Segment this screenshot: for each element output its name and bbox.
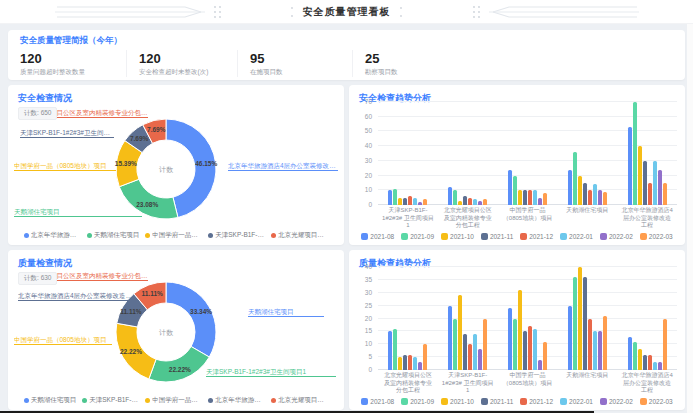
bar-2022-01[interactable]	[533, 190, 537, 205]
bar-2021-10[interactable]	[638, 349, 642, 370]
bar-2022-01[interactable]	[473, 199, 477, 205]
bar-2021-08[interactable]	[568, 170, 572, 205]
bar-2021-12[interactable]	[528, 190, 532, 205]
bar-2021-10[interactable]	[398, 198, 402, 205]
legend-item[interactable]: 2022-02	[600, 398, 633, 405]
bar-2021-08[interactable]	[508, 308, 512, 370]
bar-2021-09[interactable]	[393, 329, 397, 370]
legend-item[interactable]: 北京光耀项目公区及室内精装修专业分包工程	[271, 231, 328, 240]
bar-2021-11[interactable]	[463, 196, 467, 205]
bar-2021-09[interactable]	[573, 152, 577, 205]
bar-2021-12[interactable]	[588, 190, 592, 205]
legend-item[interactable]: 天鹅湖住宅项目	[24, 396, 77, 405]
bar-2021-11[interactable]	[583, 183, 587, 205]
legend-item[interactable]: 2021-08	[361, 233, 394, 240]
bar-2021-09[interactable]	[453, 319, 457, 371]
bar-2021-11[interactable]	[403, 198, 407, 205]
bar-2021-09[interactable]	[393, 189, 397, 205]
bar-2021-08[interactable]	[388, 331, 392, 370]
bar-2021-10[interactable]	[518, 190, 522, 205]
bar-2021-12[interactable]	[408, 196, 412, 205]
bar-2021-10[interactable]	[578, 176, 582, 205]
bar-2022-02[interactable]	[418, 202, 422, 205]
bar-2021-08[interactable]	[568, 306, 572, 370]
legend-item[interactable]: 天鹅湖住宅项目	[87, 231, 140, 240]
bar-2021-08[interactable]	[448, 187, 452, 205]
legend-item[interactable]: 2021-10	[441, 233, 474, 240]
bar-2022-02[interactable]	[478, 349, 482, 370]
legend-item[interactable]: 2021-09	[401, 398, 434, 405]
bar-2021-11[interactable]	[523, 190, 527, 205]
bar-2022-02[interactable]	[538, 198, 542, 205]
legend-item[interactable]: 2021-11	[481, 233, 513, 240]
bar-2022-02[interactable]	[598, 331, 602, 370]
bar-2022-03[interactable]	[483, 199, 487, 205]
legend-item[interactable]: 2021-12	[520, 233, 553, 240]
bar-2022-01[interactable]	[473, 334, 477, 370]
bar-2021-09[interactable]	[513, 176, 517, 205]
bar-2022-03[interactable]	[483, 319, 487, 371]
legend-item[interactable]: 中国学府一品（0805地块）项目	[145, 396, 202, 405]
bar-2022-03[interactable]	[543, 193, 547, 205]
legend-item[interactable]: 中国学府一品（0805地块）项目	[145, 231, 202, 240]
bar-2022-01[interactable]	[653, 362, 657, 370]
bar-2022-01[interactable]	[593, 331, 597, 370]
legend-item[interactable]: 天津SKP-B1F-1#2#3#卫生间项目1	[208, 231, 265, 240]
bar-2021-11[interactable]	[403, 355, 407, 370]
bar-2021-09[interactable]	[453, 190, 457, 205]
legend-item[interactable]: 2022-03	[640, 398, 673, 405]
bar-2022-01[interactable]	[593, 184, 597, 205]
bar-2021-11[interactable]	[463, 334, 467, 370]
bar-2022-01[interactable]	[533, 329, 537, 370]
bar-2022-03[interactable]	[663, 319, 667, 371]
bar-2021-12[interactable]	[648, 355, 652, 370]
legend-item[interactable]: 2021-11	[481, 398, 513, 405]
legend-item[interactable]: 2022-02	[600, 233, 633, 240]
bar-2022-01[interactable]	[413, 198, 417, 205]
legend-item[interactable]: 2021-10	[441, 398, 474, 405]
bar-2021-10[interactable]	[518, 290, 522, 370]
bar-2021-09[interactable]	[633, 102, 637, 205]
bar-2021-12[interactable]	[468, 344, 472, 370]
bar-2021-11[interactable]	[583, 277, 587, 370]
bar-2022-01[interactable]	[413, 357, 417, 370]
legend-item[interactable]: 2021-08	[361, 398, 394, 405]
bar-2021-12[interactable]	[528, 326, 532, 370]
bar-2022-01[interactable]	[653, 161, 657, 205]
legend-item[interactable]: 2022-01	[560, 398, 593, 405]
legend-item[interactable]: 2021-12	[520, 398, 553, 405]
bar-2021-12[interactable]	[588, 319, 592, 371]
bar-2022-02[interactable]	[478, 201, 482, 205]
bar-2021-10[interactable]	[638, 146, 642, 205]
bar-2021-08[interactable]	[628, 127, 632, 205]
bar-2021-09[interactable]	[573, 277, 577, 370]
bar-2021-10[interactable]	[398, 357, 402, 370]
bar-2021-12[interactable]	[468, 198, 472, 205]
bar-2021-10[interactable]	[458, 201, 462, 205]
bar-2022-02[interactable]	[658, 170, 662, 205]
bar-2021-11[interactable]	[643, 161, 647, 205]
legend-item[interactable]: 2022-03	[640, 233, 673, 240]
bar-2021-08[interactable]	[628, 337, 632, 370]
bar-2021-12[interactable]	[408, 355, 412, 370]
bar-2021-11[interactable]	[643, 355, 647, 370]
bar-2021-08[interactable]	[388, 190, 392, 205]
legend-item[interactable]: 天津SKP-B1F-1#2#3#卫生间项目1	[82, 396, 139, 405]
bar-2021-09[interactable]	[633, 342, 637, 370]
bar-2022-03[interactable]	[423, 199, 427, 205]
bar-2021-08[interactable]	[508, 170, 512, 205]
bar-2022-03[interactable]	[543, 342, 547, 370]
bar-2022-02[interactable]	[598, 190, 602, 205]
bar-2022-02[interactable]	[538, 360, 542, 370]
bar-2021-10[interactable]	[458, 295, 462, 370]
bar-2021-09[interactable]	[513, 319, 517, 371]
bar-2022-02[interactable]	[658, 362, 662, 370]
bar-2021-08[interactable]	[448, 306, 452, 370]
legend-item[interactable]: 北京年华旅游酒店4层办公室装修改造工程	[24, 231, 81, 240]
bar-2022-02[interactable]	[418, 362, 422, 370]
legend-item[interactable]: 北京年华旅游酒店4层办公室装修改造工程	[208, 396, 265, 405]
bar-2021-12[interactable]	[648, 183, 652, 205]
bar-2022-03[interactable]	[603, 316, 607, 370]
legend-item[interactable]: 2022-01	[560, 233, 593, 240]
bar-2021-10[interactable]	[578, 267, 582, 370]
